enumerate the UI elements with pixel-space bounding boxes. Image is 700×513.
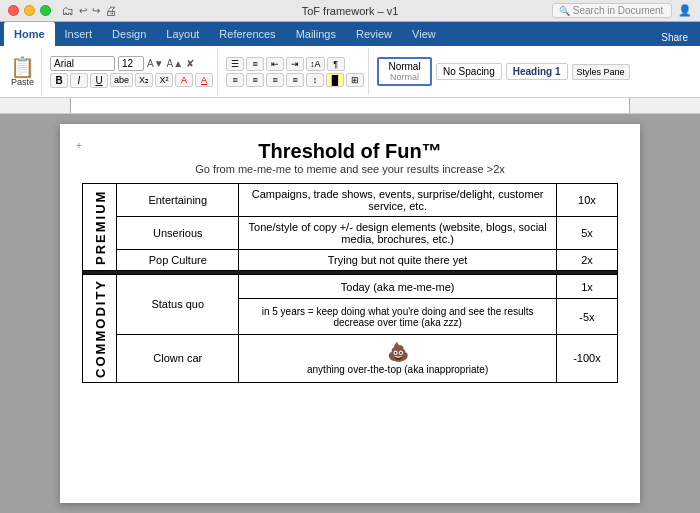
- clowncar-description: 💩 anything over-the-top (aka inappropria…: [239, 334, 557, 382]
- bold-button[interactable]: B: [50, 73, 68, 88]
- paste-label[interactable]: Paste: [11, 77, 34, 87]
- tab-insert[interactable]: Insert: [55, 22, 103, 46]
- document-title: Threshold of Fun™: [82, 140, 618, 163]
- ruler-inner: [70, 98, 630, 113]
- poop-emoji: 💩: [245, 342, 550, 364]
- clowncar-category: Clown car: [117, 334, 239, 382]
- title-bar-right: 🔍 Search in Document 👤: [552, 3, 692, 18]
- maximize-button[interactable]: [40, 5, 51, 16]
- superscript-button[interactable]: X²: [155, 73, 173, 87]
- tab-review[interactable]: Review: [346, 22, 402, 46]
- title-bar: 🗂 ↩ ↪ 🖨 ToF framework – v1 🔍 Search in D…: [0, 0, 700, 22]
- numbering-button[interactable]: ≡: [246, 57, 264, 71]
- bullets-button[interactable]: ☰: [226, 57, 244, 71]
- ribbon-tabs: Home Insert Design Layout References Mai…: [0, 22, 700, 46]
- strikethrough-button[interactable]: abe: [110, 73, 133, 87]
- document-page: + Threshold of Fun™ Go from me-me-me to …: [60, 124, 640, 503]
- style-normal-sublabel: Normal: [385, 72, 424, 82]
- styles-pane-button[interactable]: Styles Pane: [572, 64, 630, 80]
- popculture-description: Trying but not quite there yet: [239, 250, 557, 271]
- document-subtitle: Go from me-me-me to meme and see your re…: [82, 163, 618, 175]
- show-formatting-button[interactable]: ¶: [327, 57, 345, 71]
- status-quo-category: Status quo: [117, 275, 239, 335]
- popculture-category: Pop Culture: [117, 250, 239, 271]
- search-bar[interactable]: 🔍 Search in Document: [552, 3, 672, 18]
- tof-table: PREMIUM Entertaining Campaigns, trade sh…: [82, 183, 618, 383]
- sort-button[interactable]: ↕A: [306, 57, 325, 71]
- tab-references[interactable]: References: [209, 22, 285, 46]
- commodity-row-3: Clown car 💩 anything over-the-top (aka i…: [83, 334, 618, 382]
- toolbar-icon-2: ↩: [79, 5, 87, 16]
- justify-button[interactable]: ≡: [286, 73, 304, 87]
- underline-button[interactable]: U: [90, 73, 108, 88]
- status-quo-multiplier-1: 1x: [556, 275, 617, 299]
- entertaining-category: Entertaining: [117, 184, 239, 217]
- font-color-button[interactable]: A: [195, 73, 213, 87]
- tab-home[interactable]: Home: [4, 22, 55, 46]
- clear-format-icon: ✘: [186, 58, 194, 69]
- font-selector[interactable]: [50, 56, 115, 71]
- tab-mailings[interactable]: Mailings: [286, 22, 346, 46]
- italic-button[interactable]: I: [70, 73, 88, 88]
- tab-design[interactable]: Design: [102, 22, 156, 46]
- document-area: + Threshold of Fun™ Go from me-me-me to …: [0, 114, 700, 513]
- commodity-section: COMMODITY Status quo Today (aka me-me-me…: [83, 275, 618, 383]
- decrease-indent-button[interactable]: ⇤: [266, 57, 284, 71]
- clowncar-description-text: anything over-the-top (aka inappropriate…: [245, 364, 550, 375]
- popculture-multiplier: 2x: [556, 250, 617, 271]
- highlight-button[interactable]: A: [175, 73, 193, 87]
- decrease-font-icon[interactable]: A▼: [147, 58, 164, 69]
- style-heading1[interactable]: Heading 1: [506, 63, 568, 80]
- premium-row-2: Unserious Tone/style of copy +/- design …: [83, 217, 618, 250]
- entertaining-multiplier: 10x: [556, 184, 617, 217]
- line-spacing-button[interactable]: ↕: [306, 73, 324, 87]
- close-button[interactable]: [8, 5, 19, 16]
- user-icon: 👤: [678, 4, 692, 17]
- ruler: [0, 98, 700, 114]
- align-center-button[interactable]: ≡: [246, 73, 264, 87]
- page-cursor: +: [76, 140, 82, 151]
- paste-icon: 📋: [10, 57, 35, 77]
- increase-font-icon[interactable]: A▲: [167, 58, 184, 69]
- paste-group: 📋 Paste: [4, 48, 42, 95]
- commodity-label: COMMODITY: [83, 275, 117, 383]
- font-group: A▼ A▲ ✘ B I U abe X₂ X² A A: [46, 48, 218, 95]
- border-button[interactable]: ⊞: [346, 73, 364, 87]
- align-right-button[interactable]: ≡: [266, 73, 284, 87]
- increase-indent-button[interactable]: ⇥: [286, 57, 304, 71]
- toolbar-icon-1: 🗂: [62, 4, 74, 18]
- toolbar-icon-4: 🖨: [105, 4, 117, 18]
- premium-row-3: Pop Culture Trying but not quite there y…: [83, 250, 618, 271]
- window-controls: 🗂 ↩ ↪ 🖨: [8, 4, 117, 18]
- subscript-button[interactable]: X₂: [135, 73, 153, 87]
- premium-section: PREMIUM Entertaining Campaigns, trade sh…: [83, 184, 618, 271]
- style-no-spacing-label: No Spacing: [443, 66, 495, 77]
- entertaining-description: Campaigns, trade shows, events, surprise…: [239, 184, 557, 217]
- unserious-category: Unserious: [117, 217, 239, 250]
- paragraph-group: ☰ ≡ ⇤ ⇥ ↕A ¶ ≡ ≡ ≡ ≡ ↕ █ ⊞: [222, 48, 369, 95]
- ribbon-toolbar: 📋 Paste A▼ A▲ ✘ B I U abe X₂ X² A A: [0, 46, 700, 98]
- shading-button[interactable]: █: [326, 73, 344, 87]
- style-no-spacing[interactable]: No Spacing: [436, 63, 502, 80]
- tab-layout[interactable]: Layout: [156, 22, 209, 46]
- commodity-row-1: COMMODITY Status quo Today (aka me-me-me…: [83, 275, 618, 299]
- style-normal[interactable]: Normal Normal: [377, 57, 432, 86]
- document-title: ToF framework – v1: [302, 5, 399, 17]
- premium-label: PREMIUM: [83, 184, 117, 271]
- style-normal-label: Normal: [385, 61, 424, 72]
- tab-view[interactable]: View: [402, 22, 446, 46]
- status-quo-description-1: Today (aka me-me-me): [239, 275, 557, 299]
- minimize-button[interactable]: [24, 5, 35, 16]
- style-heading-label: Heading 1: [513, 66, 561, 77]
- status-quo-description-2: in 5 years = keep doing what you're doin…: [239, 299, 557, 335]
- align-left-button[interactable]: ≡: [226, 73, 244, 87]
- unserious-description: Tone/style of copy +/- design elements (…: [239, 217, 557, 250]
- clowncar-multiplier: -100x: [556, 334, 617, 382]
- font-size-input[interactable]: [118, 56, 144, 71]
- toolbar-icon-3: ↪: [92, 5, 100, 16]
- premium-row-1: PREMIUM Entertaining Campaigns, trade sh…: [83, 184, 618, 217]
- status-quo-multiplier-2: -5x: [556, 299, 617, 335]
- styles-group: Normal Normal No Spacing Heading 1 Style…: [373, 48, 634, 95]
- share-button[interactable]: Share: [653, 29, 696, 46]
- unserious-multiplier: 5x: [556, 217, 617, 250]
